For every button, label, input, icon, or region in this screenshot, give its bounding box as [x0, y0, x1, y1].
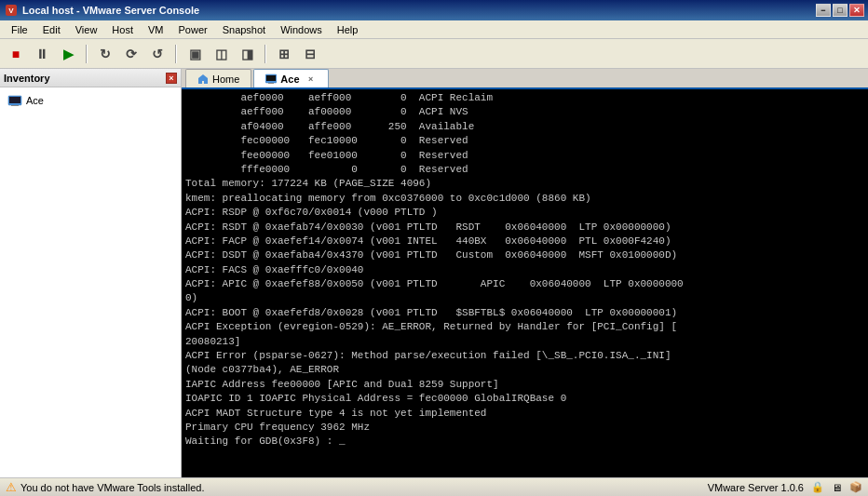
toolbar-separator-1 — [86, 45, 88, 63]
console-line: ACPI: FACP @ 0xaefef14/0x0074 (v001 INTE… — [185, 235, 864, 248]
main-area: Inventory × Ace Home Ace× aef0000 aeff00… — [0, 69, 868, 477]
console-line: ACPI: BOOT @ 0xaefefd8/0x0028 (v001 PTLT… — [185, 306, 864, 320]
console-line: ACPI MADT Structure type 4 is not yet im… — [185, 407, 864, 421]
menu-item-power[interactable]: Power — [170, 22, 214, 37]
warning-icon: ⚠ — [6, 480, 17, 494]
console-line: ACPI: FACS @ 0xaefffc0/0x0040 — [185, 263, 864, 277]
lock-icon: 🔒 — [811, 481, 824, 493]
tab-ace[interactable]: Ace× — [253, 69, 328, 87]
console-line: kmem: preallocating memory from 0xc03760… — [185, 192, 864, 206]
toolbar-separator-2 — [175, 45, 177, 63]
menu-item-snapshot[interactable]: Snapshot — [215, 22, 273, 37]
toolbar: ■⏸▶↻⟳↺▣◫◨⊞⊟ — [0, 39, 868, 69]
sidebar-title: Inventory — [4, 73, 50, 84]
menu-item-edit[interactable]: Edit — [35, 22, 68, 37]
svg-text:V: V — [8, 7, 14, 15]
toolbar-btn-vm1[interactable]: ▣ — [183, 43, 207, 65]
toolbar-btn-vm3[interactable]: ◨ — [235, 43, 259, 65]
console-line: ACPI: RSDT @ 0xaefab74/0x0030 (v001 PTLT… — [185, 221, 864, 235]
console-line: fec00000 fec10000 0 Reserved — [185, 134, 864, 148]
vmware-version-text: VMware Server 1.0.6 — [708, 482, 804, 493]
console-line: (Node c0377ba4), AE_ERROR — [185, 363, 864, 377]
svg-rect-6 — [266, 75, 276, 81]
toolbar-btn-play[interactable]: ▶ — [56, 43, 80, 65]
svg-rect-4 — [11, 105, 19, 106]
console-line: aef0000 aeff000 0 ACPI Reclaim — [185, 91, 864, 105]
menu-item-help[interactable]: Help — [330, 22, 366, 37]
sidebar-item-label-ace: Ace — [26, 95, 44, 106]
console-terminal[interactable]: aef0000 aeff000 0 ACPI Reclaim aeff000 a… — [182, 89, 868, 477]
toolbar-btn-vm5[interactable]: ⊟ — [298, 43, 322, 65]
sidebar-header: Inventory × — [0, 69, 181, 87]
title-bar: V Local host - VMware Server Console − □… — [0, 0, 868, 20]
menu-item-host[interactable]: Host — [104, 22, 141, 37]
console-line: Waiting for GDB(0x3F8) : _ — [185, 435, 864, 449]
tray-icon: 📦 — [849, 481, 862, 493]
menu-item-vm[interactable]: VM — [141, 22, 171, 37]
console-area: Home Ace× aef0000 aeff000 0 ACPI Reclaim… — [182, 69, 868, 477]
menu-item-file[interactable]: File — [4, 22, 35, 37]
toolbar-btn-stop[interactable]: ■ — [4, 43, 28, 65]
console-line: Primary CPU frequency 3962 MHz — [185, 421, 864, 435]
console-line: IOAPIC ID 1 IOAPIC Physical Address = fe… — [185, 392, 864, 406]
sidebar-item-ace[interactable]: Ace — [4, 91, 177, 110]
toolbar-btn-refresh[interactable]: ↻ — [93, 43, 117, 65]
menu-bar: FileEditViewHostVMPowerSnapshotWindowsHe… — [0, 20, 868, 39]
tab-close-ace[interactable]: × — [305, 74, 317, 85]
console-line: fee00000 fee01000 0 Reserved — [185, 149, 864, 163]
console-line: IAPIC Address fee00000 [APIC and Dual 82… — [185, 378, 864, 392]
home-icon — [197, 73, 209, 85]
window-title: Local host - VMware Server Console — [22, 5, 816, 16]
svg-rect-3 — [9, 97, 20, 103]
toolbar-btn-refresh2[interactable]: ⟳ — [119, 43, 143, 65]
console-line: fffe0000 0 0 Reserved — [185, 163, 864, 177]
toolbar-btn-refresh3[interactable]: ↺ — [145, 43, 170, 65]
tab-bar: Home Ace× — [182, 69, 868, 89]
window-controls: − □ ✕ — [816, 4, 864, 17]
console-line: ACPI Error (psparse-0627): Method parse/… — [185, 349, 864, 363]
status-right: VMware Server 1.0.6 🔒 🖥 📦 — [708, 481, 862, 493]
app-icon: V — [4, 3, 19, 18]
menu-item-windows[interactable]: Windows — [273, 22, 330, 37]
network-icon: 🖥 — [832, 482, 842, 493]
console-line: 20080213] — [185, 335, 864, 349]
console-line: Total memory: 177224 KB (PAGE_SIZE 4096) — [185, 177, 864, 191]
console-line: ACPI: DSDT @ 0xaefaba4/0x4370 (v001 PTLT… — [185, 248, 864, 262]
console-line: af04000 affe000 250 Available — [185, 120, 864, 134]
status-warning-text: You do not have VMware Tools installed. — [20, 482, 205, 493]
toolbar-btn-vm2[interactable]: ◫ — [209, 43, 233, 65]
minimize-button[interactable]: − — [816, 4, 831, 17]
tab-home[interactable]: Home — [185, 69, 251, 87]
console-line: ACPI: APIC @ 0xaefef88/0x0050 (v001 PTLT… — [185, 277, 864, 291]
close-button[interactable]: ✕ — [849, 4, 864, 17]
restore-button[interactable]: □ — [833, 4, 848, 17]
menu-item-view[interactable]: View — [68, 22, 105, 37]
toolbar-separator-3 — [264, 45, 266, 63]
console-line: ACPI: RSDP @ 0xf6c70/0x0014 (v000 PTLTD … — [185, 206, 864, 220]
sidebar: Inventory × Ace — [0, 69, 182, 477]
sidebar-content: Ace — [0, 87, 181, 477]
status-bar: ⚠ You do not have VMware Tools installed… — [0, 477, 868, 496]
tab-vm-icon-ace — [265, 73, 277, 85]
toolbar-btn-vm4[interactable]: ⊞ — [272, 43, 296, 65]
console-line: 0) — [185, 291, 864, 305]
sidebar-close-button[interactable]: × — [166, 73, 177, 84]
tab-label-home: Home — [212, 74, 239, 85]
console-line: ACPI Exception (evregion-0529): AE_ERROR… — [185, 320, 864, 334]
vm-icon — [7, 93, 22, 108]
console-line: aeff000 af00000 0 ACPI NVS — [185, 105, 864, 119]
toolbar-btn-pause[interactable]: ⏸ — [30, 43, 54, 65]
status-warning: ⚠ You do not have VMware Tools installed… — [6, 480, 708, 494]
svg-rect-7 — [268, 83, 274, 84]
tab-label-ace: Ace — [280, 74, 299, 85]
